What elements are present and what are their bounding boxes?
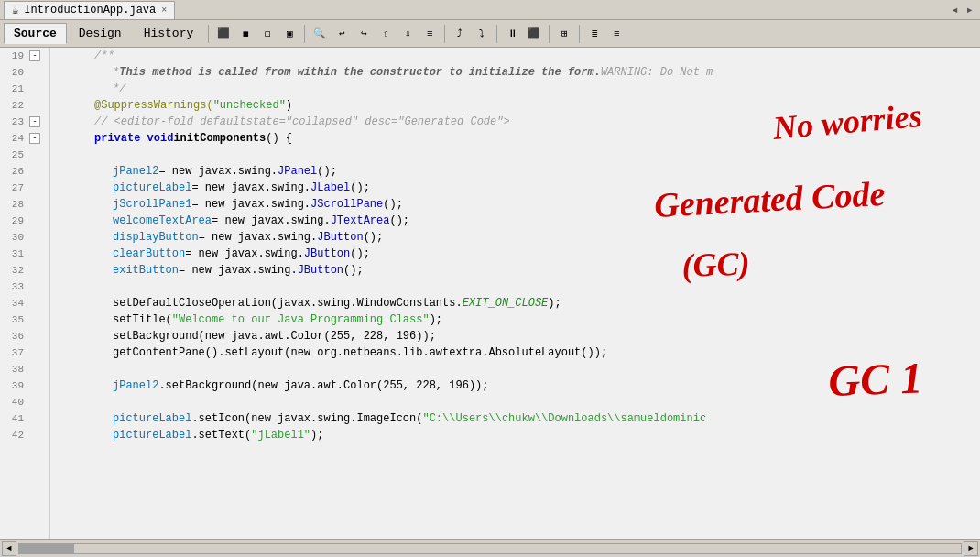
code-line: exitButton = new javax.swing.JButton(); [50, 262, 980, 278]
gutter-row: 42 [0, 427, 49, 443]
gutter-row: 32 [0, 262, 49, 278]
line-number: 40 [0, 397, 27, 408]
fold-marker[interactable]: - [29, 50, 40, 61]
code-token: EXIT_ON_CLOSE [463, 297, 549, 310]
toolbar-btn-6[interactable]: ↩ [332, 24, 352, 44]
code-line: pictureLabel = new javax.swing.JLabel(); [50, 180, 980, 196]
fold-marker[interactable]: - [29, 133, 40, 144]
fold-marker[interactable]: - [29, 116, 40, 127]
tab-history[interactable]: History [134, 23, 204, 44]
line-number: 21 [0, 83, 27, 94]
gutter-row: 35 [0, 311, 49, 328]
code-token: JTextArea [331, 214, 390, 227]
line-number: 25 [0, 149, 27, 160]
code-token: (); [343, 264, 364, 277]
line-number: 28 [0, 199, 27, 210]
tab-close-button[interactable]: × [161, 5, 167, 16]
code-token: (); [383, 198, 403, 211]
gutter-row: 37 [0, 344, 49, 361]
code-token: JLabel [310, 181, 350, 194]
file-tab[interactable]: ☕ IntroductionApp.java × [4, 1, 175, 19]
line-number: 26 [0, 166, 27, 177]
separator-3 [444, 25, 445, 43]
scroll-right-button[interactable]: ► [964, 541, 978, 556]
code-line: setTitle("Welcome to our Java Programmin… [50, 311, 980, 328]
code-line [50, 361, 980, 377]
toolbar-btn-4[interactable]: ▣ [279, 24, 299, 44]
gutter-row: 27 [0, 180, 49, 196]
code-token: (); [350, 181, 370, 194]
code-token: (); [317, 165, 337, 178]
toolbar-btn-2[interactable]: ◼ [235, 24, 256, 44]
toolbar-btn-3[interactable]: ◻ [257, 24, 278, 44]
code-content[interactable]: /** * This method is called from within … [50, 48, 980, 539]
code-token: ); [310, 429, 323, 442]
toolbar-btn-10[interactable]: ≡ [419, 24, 440, 44]
title-bar: ☕ IntroductionApp.java × ◂ ▸ [0, 0, 980, 20]
line-number: 33 [0, 281, 27, 292]
code-line: setDefaultCloseOperation(javax.swing.Win… [50, 295, 980, 311]
gutter-row: 20 [0, 64, 49, 81]
gutter-row: 28 [0, 196, 49, 213]
tab-source[interactable]: Source [4, 23, 67, 44]
code-line: /** [50, 48, 980, 64]
separator-5 [549, 25, 550, 43]
toolbar-btn-12[interactable]: ⤵ [472, 24, 492, 44]
code-token: "jLabel1" [251, 429, 310, 442]
line-number: 32 [0, 265, 27, 276]
separator-6 [579, 25, 580, 43]
nav-arrows: ◂ ▸ [948, 2, 976, 17]
line-number: 39 [0, 380, 27, 391]
code-token: pictureLabel [113, 429, 191, 442]
toolbar-btn-1[interactable]: ⬛ [213, 24, 234, 44]
line-number: 37 [0, 347, 27, 358]
line-number: 41 [0, 413, 27, 424]
scroll-track[interactable] [18, 543, 962, 554]
line-number: 36 [0, 331, 27, 342]
toolbar-btn-14[interactable]: ⬛ [524, 24, 544, 44]
code-token: "Welcome to our Java Programming Class" [172, 313, 430, 326]
code-token: = new javax.swing. [191, 198, 310, 211]
toolbar-btn-7[interactable]: ↪ [354, 24, 374, 44]
toolbar-btn-16[interactable]: ≣ [584, 24, 604, 44]
code-line: */ [50, 81, 980, 97]
toolbar-btn-11[interactable]: ⤴ [450, 24, 470, 44]
line-number: 23 [0, 116, 27, 127]
toolbar-btn-15[interactable]: ⊞ [554, 24, 574, 44]
gutter-row: 23- [0, 114, 49, 130]
scroll-left-button[interactable]: ◄ [2, 541, 16, 556]
tab-design[interactable]: Design [69, 23, 132, 44]
code-token: (); [350, 247, 370, 260]
code-line: // <editor-fold defaultstate="collapsed"… [50, 114, 980, 130]
code-token: "unchecked" [213, 99, 286, 112]
toolbar-btn-9[interactable]: ⇩ [397, 24, 418, 44]
gutter-row: 26 [0, 163, 49, 180]
code-token: welcomeTextArea [113, 214, 212, 227]
horizontal-scrollbar[interactable]: ◄ ► [0, 539, 980, 557]
code-line: pictureLabel.setText("jLabel1"); [50, 427, 980, 443]
code-token: .setIcon(new javax.swing.ImageIcon( [191, 412, 422, 425]
code-token: WARNING: Do Not m [601, 66, 713, 79]
code-line: * This method is called from within the … [50, 64, 980, 81]
line-number: 27 [0, 182, 27, 193]
code-token: = new javax.swing. [191, 181, 310, 194]
toolbar-btn-17[interactable]: ≡ [606, 24, 626, 44]
code-token: pictureLabel [113, 412, 191, 425]
code-token: @SuppressWarnings( [94, 99, 213, 112]
toolbar-btn-5[interactable]: 🔍 [310, 24, 330, 44]
gutter-row: 24- [0, 130, 49, 147]
toolbar-btn-8[interactable]: ⇧ [376, 24, 396, 44]
code-token: .setBackground(new java.awt.Color(255, 2… [158, 379, 488, 392]
code-token: // <editor-fold defaultstate="collapsed"… [94, 115, 510, 128]
line-number: 38 [0, 364, 27, 375]
code-token: "C:\\Users\\chukw\\Downloads\\samueldomi… [422, 412, 706, 425]
scroll-thumb [19, 544, 74, 553]
code-line: @SuppressWarnings("unchecked") [50, 97, 980, 114]
toolbar-btn-13[interactable]: ⏸ [502, 24, 522, 44]
line-number: 34 [0, 298, 27, 309]
nav-forward-button[interactable]: ▸ [964, 2, 976, 17]
gutter-row: 41 [0, 410, 49, 427]
code-token: = new javax.swing. [158, 165, 278, 178]
separator-1 [208, 25, 209, 43]
nav-back-button[interactable]: ◂ [948, 2, 961, 17]
